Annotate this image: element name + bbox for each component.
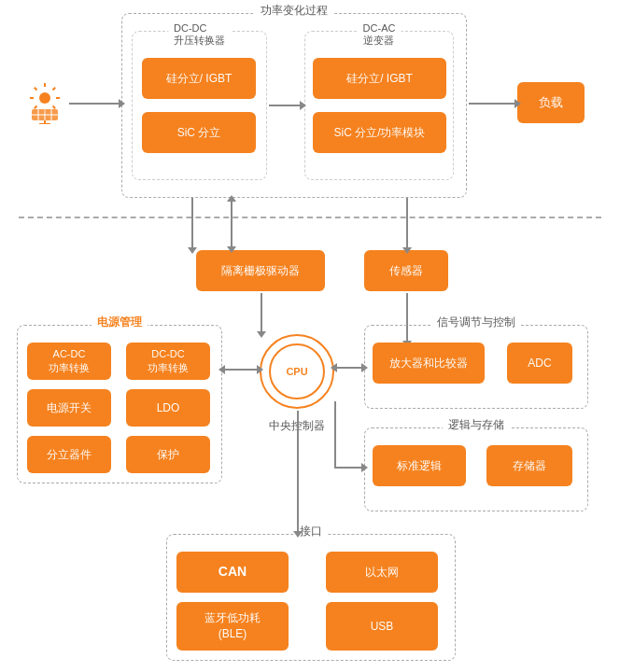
svg-line-6: [53, 106, 56, 109]
protection-box: 保护: [126, 436, 210, 473]
gate-driver-box: 隔离栅极驱动器: [196, 250, 325, 291]
discrete-devices-box: 分立器件: [27, 436, 111, 473]
logic-storage-label: 逻辑与存储: [443, 417, 510, 433]
usb-box: USB: [326, 602, 438, 651]
ble-box: 蓝牙低功耗(BLE): [176, 602, 289, 651]
dc-ac-label: DC-AC逆变器: [358, 22, 402, 48]
power-mgmt-container: 电源管理 AC-DC功率转换 DC-DC功率转换 电源开关 LDO 分立器件 保…: [17, 325, 222, 483]
svg-point-0: [39, 92, 50, 104]
sensor-box: 传感器: [364, 250, 448, 291]
arrow-cpu-signal: [336, 367, 362, 369]
dc-ac-box1: 硅分立/ IGBT: [313, 58, 446, 99]
load-box: 负载: [517, 82, 585, 123]
power-acdc-box: AC-DC功率转换: [27, 343, 111, 380]
can-box: CAN: [176, 552, 289, 593]
interface-container: 接口 CAN 以太网 蓝牙低功耗(BLE) USB: [166, 534, 456, 661]
arrow-dcdc-down: [191, 198, 193, 248]
solar-icon: [22, 79, 67, 124]
storage-box: 存储器: [486, 445, 572, 486]
dc-dc-container: DC-DC升压转换器 硅分立/ IGBT SiC 分立: [132, 31, 267, 180]
dc-ac-container: DC-AC逆变器 硅分立/ IGBT SiC 分立/功率模块: [304, 31, 454, 180]
diagram-container: 功率变化过程 DC-DC升压转换器 硅分立/ IGBT SiC 分立 DC-AC…: [0, 0, 620, 672]
svg-line-8: [35, 106, 37, 109]
cpu-circle: CPU: [260, 334, 334, 409]
section-divider: [19, 217, 601, 218]
arrow-gatedriver-bidirv: [231, 201, 232, 247]
logic-storage-container: 逻辑与存储 标准逻辑 存储器: [364, 427, 588, 511]
power-mgmt-label: 电源管理: [92, 315, 148, 330]
arrow-dcdc-to-dcac: [269, 105, 301, 106]
arrow-dcac-to-sensor: [406, 198, 408, 248]
arrow-solar-to-dcdc: [69, 103, 120, 105]
power-dcdc-box: DC-DC功率转换: [126, 343, 210, 380]
cpu-label: CPU: [286, 366, 307, 377]
ethernet-box: 以太网: [326, 552, 438, 593]
arrow-cpu-to-interface: [297, 411, 299, 532]
power-conversion-container: 功率变化过程 DC-DC升压转换器 硅分立/ IGBT SiC 分立 DC-AC…: [121, 13, 467, 198]
power-conversion-label: 功率变化过程: [255, 3, 333, 19]
svg-line-7: [53, 88, 56, 91]
arrow-gatedriver-to-cpu: [261, 293, 262, 332]
svg-line-5: [35, 88, 37, 91]
dc-dc-label: DC-DC升压转换器: [168, 22, 231, 48]
arrow-powermgmt-cpu: [224, 369, 258, 371]
signal-control-container: 信号调节与控制 放大器和比较器 ADC: [364, 325, 588, 409]
power-switch-box: 电源开关: [27, 389, 111, 427]
arrow-cpu-to-logic: [336, 467, 362, 469]
logic-box: 标准逻辑: [373, 445, 466, 486]
dc-dc-box2: SiC 分立: [142, 112, 256, 153]
adc-box: ADC: [507, 343, 572, 384]
ldo-box: LDO: [126, 389, 210, 427]
cpu-inner: CPU: [269, 343, 325, 399]
dc-dc-box1: 硅分立/ IGBT: [142, 58, 256, 99]
signal-control-label: 信号调节与控制: [431, 315, 521, 330]
arrow-cpu-v-logic: [334, 401, 336, 469]
arrow-dcac-to-load: [469, 103, 515, 105]
amp-comparator-box: 放大器和比较器: [373, 343, 485, 384]
dc-ac-box2: SiC 分立/功率模块: [313, 112, 446, 153]
